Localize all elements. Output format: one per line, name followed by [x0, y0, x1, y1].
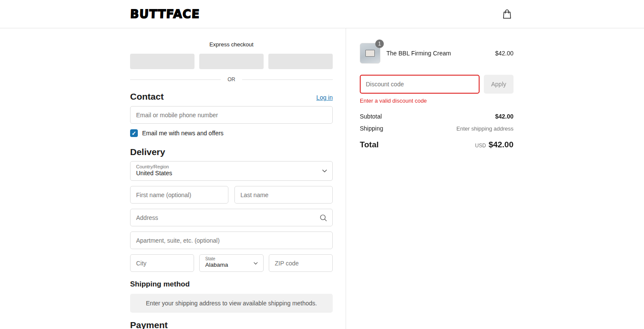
- last-name-field[interactable]: [234, 186, 333, 204]
- divider-line-right: [242, 79, 333, 80]
- shipping-label: Shipping: [360, 125, 383, 132]
- payment-heading: Payment: [130, 320, 333, 329]
- checkout-header: BUTTFACE: [0, 0, 644, 28]
- address-field[interactable]: [130, 209, 333, 226]
- state-select-value: Alabama: [205, 262, 250, 268]
- bag-icon: [502, 9, 512, 19]
- state-select-label: State: [205, 256, 250, 262]
- shipping-method-heading: Shipping method: [130, 280, 333, 289]
- zip-code-field[interactable]: [269, 254, 333, 272]
- state-select[interactable]: State Alabama: [199, 254, 264, 272]
- or-divider: OR: [130, 76, 333, 82]
- delivery-heading: Delivery: [130, 147, 333, 157]
- shipping-method-notice: Enter your shipping address to view avai…: [130, 294, 333, 313]
- subtotal-value: $42.00: [495, 113, 513, 120]
- total-label: Total: [360, 140, 379, 149]
- city-field[interactable]: [130, 254, 194, 272]
- total-row: Total USD $42.00: [360, 140, 513, 149]
- currency-code: USD: [475, 143, 486, 149]
- express-wallet-buttons: [130, 54, 333, 69]
- checkout-form-column: Express checkout OR Contact Log in ✓: [0, 28, 346, 329]
- cart-button[interactable]: [501, 7, 513, 21]
- subtotal-row: Subtotal $42.00: [360, 113, 513, 120]
- newsletter-optin[interactable]: ✓ Email me with news and offers: [130, 129, 333, 137]
- divider-label: OR: [221, 76, 242, 82]
- quantity-badge: 1: [375, 40, 384, 48]
- first-name-field[interactable]: [130, 186, 228, 204]
- express-wallet-button-3[interactable]: [268, 54, 333, 69]
- apartment-field[interactable]: [130, 232, 333, 249]
- shipping-value: Enter shipping address: [456, 125, 513, 132]
- discount-error-message: Enter a valid discount code: [360, 97, 513, 104]
- store-logo[interactable]: BUTTFACE: [130, 7, 200, 21]
- product-title: The BBL Firming Cream: [386, 50, 451, 57]
- product-price: $42.00: [495, 50, 513, 57]
- express-checkout-title: Express checkout: [130, 41, 333, 48]
- express-wallet-button-1[interactable]: [130, 54, 194, 69]
- product-image: [365, 50, 375, 57]
- chevron-down-icon: [322, 169, 327, 173]
- checkout-main: Express checkout OR Contact Log in ✓: [0, 28, 644, 329]
- newsletter-checkbox[interactable]: ✓: [130, 129, 138, 137]
- subtotal-label: Subtotal: [360, 113, 382, 120]
- discount-code-input[interactable]: [360, 75, 480, 94]
- total-value: $42.00: [489, 140, 513, 149]
- country-select-value: United States: [136, 170, 319, 177]
- express-wallet-button-2[interactable]: [199, 54, 264, 69]
- email-field[interactable]: [130, 106, 333, 124]
- apply-discount-button[interactable]: Apply: [484, 75, 513, 94]
- chevron-down-icon: [253, 262, 258, 265]
- country-select[interactable]: Country/Region United States: [130, 161, 333, 181]
- country-select-label: Country/Region: [136, 164, 319, 170]
- divider-line-left: [130, 79, 221, 80]
- cart-line-item: 1 The BBL Firming Cream $42.00: [360, 43, 513, 64]
- newsletter-label: Email me with news and offers: [142, 130, 224, 137]
- shipping-row: Shipping Enter shipping address: [360, 125, 513, 132]
- login-link[interactable]: Log in: [316, 94, 333, 101]
- contact-heading: Contact: [130, 91, 164, 102]
- checkmark-icon: ✓: [132, 131, 137, 136]
- order-summary: 1 The BBL Firming Cream $42.00 Apply Ent…: [346, 28, 644, 329]
